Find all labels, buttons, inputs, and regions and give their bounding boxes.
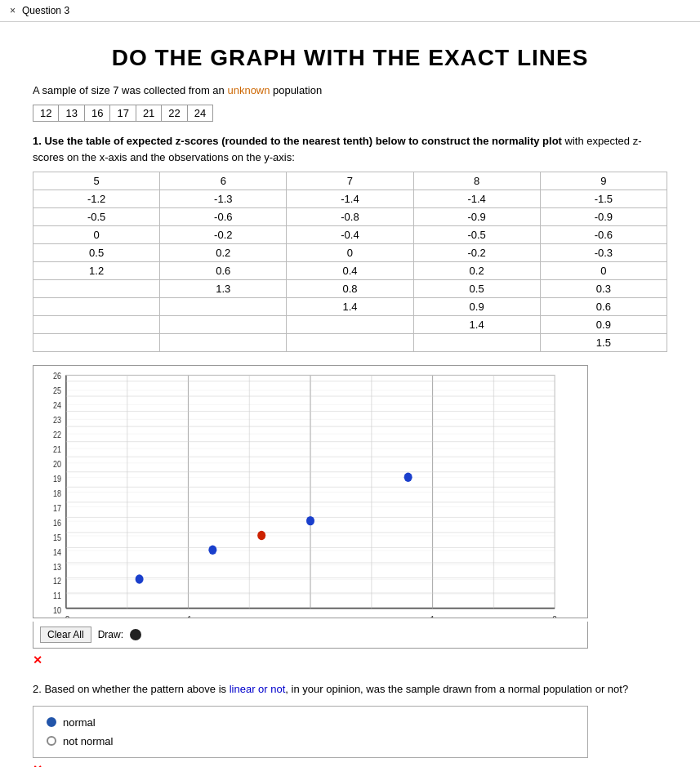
cell [413, 334, 540, 352]
sample-val-1: 13 [58, 105, 84, 122]
subtitle-prefix: A sample of size 7 was collected from an [33, 84, 227, 96]
y-label-15: 15 [53, 533, 61, 542]
radio-empty-not-normal[interactable] [47, 736, 56, 746]
cell: 0.3 [540, 280, 667, 298]
sample-val-2: 16 [84, 105, 110, 122]
data-point-3[interactable] [257, 531, 265, 540]
y-label-23: 23 [53, 415, 61, 425]
y-label-26: 26 [53, 371, 61, 381]
y-label-25: 25 [53, 386, 61, 395]
section2-x-mark: ✕ [33, 763, 42, 768]
section2-instruction: 2. Based on whether the pattern above is… [33, 681, 667, 698]
subtitle-suffix: population [270, 84, 323, 96]
cell: -1.5 [540, 190, 667, 208]
cell: -0.5 [33, 208, 160, 226]
cell: 0.6 [160, 262, 287, 280]
sample-val-0: 12 [33, 105, 59, 122]
x-label-2: 2 [552, 613, 557, 618]
close-icon[interactable]: × [10, 5, 16, 16]
cell: -0.5 [413, 226, 540, 244]
radio-option-normal[interactable]: normal [47, 716, 574, 729]
cell: 0 [33, 226, 160, 244]
cell: -0.8 [287, 208, 413, 226]
cell [33, 316, 160, 334]
radio-label-not-normal: not normal [63, 735, 113, 747]
section2: 2. Based on whether the pattern above is… [33, 681, 667, 767]
graph-svg[interactable]: 26 25 24 23 22 21 20 19 18 17 16 15 14 1… [33, 366, 587, 618]
y-label-20: 20 [53, 459, 61, 469]
cell: 0.5 [33, 244, 160, 262]
y-label-12: 12 [53, 577, 61, 586]
subtitle-highlight: unknown [227, 84, 270, 96]
cell: 0.2 [413, 262, 540, 280]
col-header-1: 6 [160, 172, 287, 190]
graph-controls: Clear All Draw: [33, 622, 588, 649]
radio-option-not-normal[interactable]: not normal [47, 735, 574, 747]
cell: 0.4 [287, 262, 413, 280]
instruction1: 1. Use the table of expected z-scores (r… [33, 133, 667, 165]
cell: 1.2 [33, 262, 160, 280]
col-header-3: 8 [413, 172, 540, 190]
cell: 0.8 [287, 280, 413, 298]
cell [160, 334, 287, 352]
linear-text: linear or not [230, 683, 286, 695]
y-label-18: 18 [53, 488, 61, 498]
radio-box: normal not normal [33, 706, 588, 758]
cell: -0.2 [160, 226, 287, 244]
x-label-1: 1 [430, 613, 435, 618]
main-content: DO THE GRAPH WITH THE EXACT LINES A samp… [0, 22, 700, 767]
data-point-5[interactable] [404, 472, 412, 481]
cell: 0.6 [540, 298, 667, 316]
cell: -0.2 [413, 244, 540, 262]
cell: 1.5 [540, 334, 667, 352]
cell [160, 316, 287, 334]
header-bar: × Question 3 [0, 0, 700, 22]
cell [287, 316, 413, 334]
cell: 0.2 [160, 244, 287, 262]
y-label-10: 10 [53, 606, 61, 616]
y-label-22: 22 [53, 430, 61, 439]
cell: 0.5 [413, 280, 540, 298]
cell [287, 334, 413, 352]
cell [33, 298, 160, 316]
draw-dot-indicator [130, 629, 141, 640]
data-point-2[interactable] [208, 546, 216, 555]
cell: 0.9 [540, 316, 667, 334]
x-label-minus2: -2 [62, 613, 69, 618]
cell: 1.3 [160, 280, 287, 298]
col-header-0: 5 [33, 172, 160, 190]
data-point-4[interactable] [306, 516, 314, 525]
graph-container[interactable]: 26 25 24 23 22 21 20 19 18 17 16 15 14 1… [33, 365, 588, 618]
cell: -0.9 [540, 208, 667, 226]
cell: -1.4 [413, 190, 540, 208]
cell [160, 298, 287, 316]
data-point-1[interactable] [136, 574, 144, 583]
draw-label: Draw: [98, 629, 123, 640]
cell: -1.2 [33, 190, 160, 208]
clear-all-button[interactable]: Clear All [40, 627, 91, 643]
cell: 1.4 [287, 298, 413, 316]
col-header-2: 7 [287, 172, 413, 190]
y-label-21: 21 [53, 444, 61, 454]
sample-val-3: 17 [109, 105, 136, 122]
subtitle: A sample of size 7 was collected from an… [33, 84, 667, 96]
instruction1-bold: 1. Use the table of expected z-scores (r… [33, 135, 562, 147]
cell: -0.9 [413, 208, 540, 226]
x-label-minus1: -1 [185, 613, 192, 618]
cell: -1.4 [287, 190, 413, 208]
cell: 0 [540, 262, 667, 280]
sample-val-4: 21 [136, 105, 162, 122]
cell: -0.3 [540, 244, 667, 262]
y-label-11: 11 [53, 591, 61, 601]
radio-filled-normal[interactable] [47, 717, 56, 727]
cell: -0.6 [540, 226, 667, 244]
y-label-16: 16 [53, 518, 61, 528]
main-title: DO THE GRAPH WITH THE EXACT LINES [33, 45, 667, 71]
cell: 0 [287, 244, 413, 262]
y-label-17: 17 [53, 503, 61, 513]
cell: -1.3 [160, 190, 287, 208]
zscore-table: 5 6 7 8 9 -1.2 -1.3 -1.4 -1.4 -1.5 -0.5 … [33, 172, 667, 352]
cell [33, 280, 160, 298]
y-label-14: 14 [53, 547, 62, 557]
cell: -0.6 [160, 208, 287, 226]
